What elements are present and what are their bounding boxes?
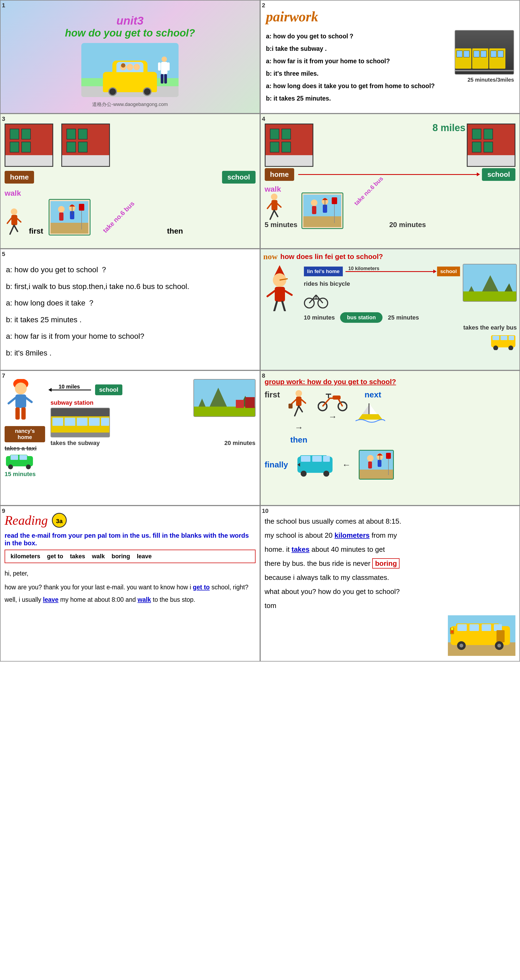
- cell10-l4: there by bus. the bus ride is never: [265, 559, 371, 568]
- svg-line-14: [7, 218, 11, 223]
- time1-6: 10 minutes: [304, 314, 335, 321]
- next-label-8: next: [360, 390, 381, 399]
- svg-line-30: [277, 203, 281, 207]
- kilometers-underline: kilometers: [335, 531, 369, 539]
- svg-rect-34: [312, 206, 316, 214]
- person-standing: [157, 56, 172, 87]
- takes-taxi: takes a taxi: [5, 445, 45, 452]
- bw4: [21, 142, 31, 153]
- arrow-head-left-7: [48, 388, 52, 392]
- person-first-svg: [288, 390, 309, 420]
- bw6: [78, 129, 87, 140]
- train-car-2: [472, 48, 488, 68]
- cell1-title2: how do you get to school?: [65, 27, 195, 39]
- cell10-line3: home. it takes about 40 minutes to get: [265, 542, 516, 556]
- cell8-content: group work: how do you get to school? fi…: [265, 378, 516, 480]
- dialog-line-5: a: how far is it from your home to schoo…: [6, 328, 254, 345]
- svg-line-45: [282, 302, 285, 311]
- svg-rect-19: [59, 213, 63, 221]
- watermark: 道格办公-www.daogebangong.com: [92, 101, 168, 108]
- school-label-7: school: [95, 385, 122, 395]
- building1: [5, 124, 53, 167]
- distance-7: 10 miles: [59, 383, 80, 390]
- cell6-now: now: [263, 252, 278, 261]
- subway-row: takes the subway 20 minutes: [51, 439, 255, 447]
- walk-row: first: [5, 199, 255, 235]
- cell-6: now how does lin fei get to school?: [260, 249, 520, 371]
- svg-marker-106: [358, 414, 382, 420]
- svg-rect-112: [301, 456, 311, 462]
- svg-marker-108: [362, 405, 369, 414]
- svg-rect-103: [333, 396, 341, 399]
- boat-col: next: [355, 390, 385, 425]
- next-arrow-icon: →: [328, 412, 337, 422]
- main-grid: 1 unit3 how do you get to school?: [0, 0, 520, 662]
- arrow-line-6: 10 kilometers: [346, 271, 434, 272]
- svg-rect-133: [482, 624, 491, 631]
- cell10-l3-cont: about 40 minutes to get: [311, 545, 385, 554]
- email-greeting: hi, peter,: [5, 567, 255, 580]
- cell-3-number: 3: [2, 115, 5, 123]
- time2-7: 20 minutes: [225, 439, 255, 447]
- svg-point-77: [8, 465, 13, 469]
- svg-rect-135: [496, 630, 504, 642]
- cell10-text: the school bus usually comes at about 8:…: [265, 514, 516, 612]
- then-col: → then: [288, 390, 309, 444]
- svg-point-2: [127, 64, 133, 70]
- svg-rect-69: [16, 407, 20, 420]
- bw13: [472, 129, 481, 140]
- mountain-scene: [463, 264, 517, 302]
- reading-section: Reading 3a read the e-mail from your pen…: [5, 513, 255, 606]
- bicycle-svg: [304, 290, 328, 309]
- svg-rect-132: [469, 624, 479, 631]
- dialog-line-6: b: it's 8miles .: [6, 345, 254, 361]
- time1-4: 5 minutes: [265, 221, 297, 229]
- arrow-head-4: [477, 172, 480, 176]
- takes-early-bus: takes the early bus: [304, 324, 517, 331]
- cell10-line1: the school bus usually comes at about 8:…: [265, 514, 516, 528]
- svg-point-94: [295, 390, 302, 396]
- arrow-left-7: 10 miles: [51, 390, 91, 390]
- bw3: [10, 142, 19, 153]
- svg-point-116: [323, 471, 329, 477]
- tw2: [463, 51, 469, 57]
- lin-feis-home-box: lin fei's home: [304, 267, 343, 276]
- home-label-3: home: [5, 171, 34, 184]
- cell10-l2-cont: from my: [372, 531, 397, 539]
- mountain-scene-7: [193, 379, 255, 417]
- svg-rect-131: [457, 624, 467, 631]
- dialog-line-1: a: how do you get to school ？: [6, 261, 254, 278]
- svg-point-137: [460, 644, 463, 648]
- bw16: [484, 142, 493, 153]
- tw1: [457, 51, 463, 57]
- svg-line-97: [299, 406, 302, 412]
- b4-base: [468, 155, 515, 166]
- arrow-line-4: [298, 174, 478, 175]
- svg-line-99: [301, 399, 306, 403]
- cell8-row2: finally ←: [265, 450, 516, 480]
- svg-point-25: [271, 194, 277, 200]
- svg-rect-9: [167, 62, 170, 70]
- cell-2: 2 pairwork a: how do you get to school？ …: [260, 0, 520, 113]
- svg-rect-113: [312, 456, 322, 462]
- bus-stop-4: [301, 192, 343, 229]
- svg-rect-7: [164, 74, 167, 84]
- mountain-svg-7: [194, 380, 255, 417]
- bw7: [67, 142, 76, 153]
- bus-svg: [490, 332, 517, 350]
- cell8-row1: first → then: [265, 390, 516, 444]
- b1-windows: [8, 127, 33, 154]
- cell3-diagram: walk first: [5, 189, 255, 243]
- svg-rect-17: [51, 223, 88, 234]
- cell10-line7: tom: [265, 598, 516, 612]
- take-bus-text-3: take no.6 bus: [101, 200, 136, 234]
- cell-4-number: 4: [262, 115, 265, 123]
- svg-rect-70: [21, 407, 26, 420]
- email-p2-cont: my home at about 8:00 and: [60, 596, 136, 603]
- dialog-line-3: a: how long does it take ？: [6, 295, 254, 312]
- svg-rect-114: [323, 456, 330, 462]
- bw11: [270, 142, 279, 153]
- then-text-3: then: [167, 227, 183, 235]
- cell-4: 4 8 miles: [260, 113, 520, 249]
- svg-rect-88: [52, 418, 63, 426]
